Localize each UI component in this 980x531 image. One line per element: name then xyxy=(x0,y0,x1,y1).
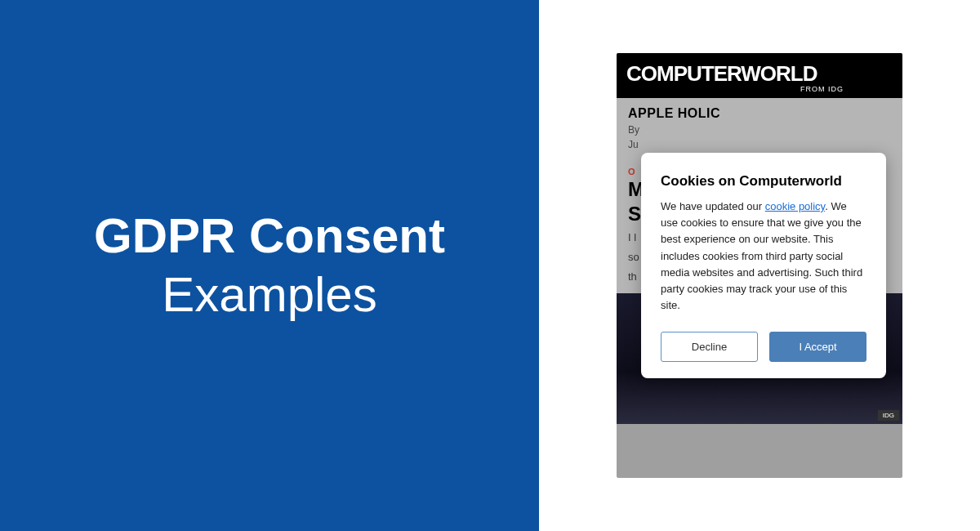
modal-body-suffix: . We use cookies to ensure that we give … xyxy=(661,200,862,311)
hero-panel: GDPR Consent Examples xyxy=(0,0,539,531)
cookie-policy-link[interactable]: cookie policy xyxy=(765,200,825,212)
accept-button[interactable]: I Accept xyxy=(769,332,866,362)
example-panel: COMPUTERWORLD FROM IDG APPLE HOLIC By Ju… xyxy=(539,0,980,531)
hero-title-bold: GDPR Consent xyxy=(94,208,445,263)
article-category: APPLE HOLIC xyxy=(628,106,891,121)
modal-body-prefix: We have updated our xyxy=(661,200,765,212)
article-byline: By xyxy=(628,124,891,136)
modal-title: Cookies on Computerworld xyxy=(661,172,866,190)
hero-title: GDPR Consent Examples xyxy=(94,207,445,324)
site-logo: COMPUTERWORLD xyxy=(626,61,893,87)
hero-title-light: Examples xyxy=(162,267,376,322)
article-date: Ju xyxy=(628,139,891,150)
idg-badge: IDG xyxy=(878,410,899,421)
phone-screenshot: COMPUTERWORLD FROM IDG APPLE HOLIC By Ju… xyxy=(617,53,902,478)
modal-body: We have updated our cookie policy. We us… xyxy=(661,199,866,314)
modal-button-row: Decline I Accept xyxy=(661,332,866,362)
site-header: COMPUTERWORLD FROM IDG xyxy=(617,53,902,98)
cookie-consent-modal: Cookies on Computerworld We have updated… xyxy=(641,153,886,378)
decline-button[interactable]: Decline xyxy=(661,332,758,362)
